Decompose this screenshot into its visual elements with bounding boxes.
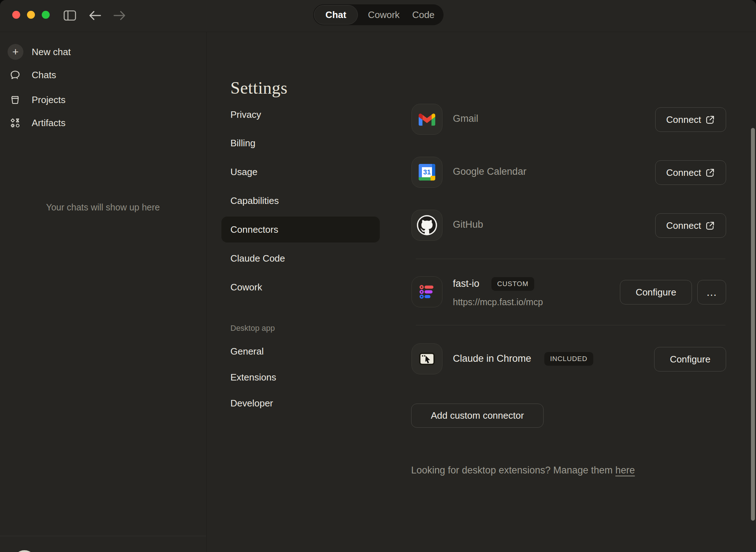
settings-nav-developer[interactable]: Developer <box>230 397 273 410</box>
forward-icon[interactable] <box>112 9 127 22</box>
divider <box>416 325 725 325</box>
manage-extensions-link[interactable]: here <box>615 465 635 476</box>
connector-name: GitHub <box>453 219 483 230</box>
settings-nav-section-desktop-app: Desktop app <box>230 324 275 333</box>
user-menu[interactable]: D Dave Pro plan <box>0 536 206 552</box>
connect-gmail-button[interactable]: Connect <box>655 107 726 132</box>
tab-code[interactable]: Code <box>406 4 441 25</box>
sidebar-item-new-chat[interactable]: + New chat <box>0 43 206 61</box>
connector-tile <box>411 104 442 135</box>
sidebar-item-label: Projects <box>32 94 66 106</box>
external-link-icon <box>705 221 715 231</box>
sidebar-item-label: Chats <box>32 70 56 81</box>
chats-empty-state: Your chats will show up here <box>0 202 206 213</box>
custom-badge: CUSTOM <box>491 277 534 291</box>
add-custom-connector-button[interactable]: Add custom connector <box>411 404 544 428</box>
connector-name: Claude in Chrome <box>453 353 531 364</box>
included-badge: INCLUDED <box>544 352 593 366</box>
settings-nav-connectors[interactable]: Connectors <box>230 223 278 236</box>
settings-nav-claude-code[interactable]: Claude Code <box>230 252 285 265</box>
connector-tile <box>411 210 442 241</box>
connector-tile <box>411 276 442 307</box>
zoom-button[interactable] <box>42 11 50 19</box>
chats-icon <box>9 69 21 81</box>
artifacts-icon <box>9 117 21 129</box>
connector-name: Gmail <box>453 113 478 124</box>
connector-name: Google Calendar <box>453 166 526 177</box>
tab-chat-label: Chat <box>325 9 346 21</box>
more-icon: … <box>706 286 717 298</box>
connector-name: fast-io <box>453 278 480 289</box>
sidebar-item-projects[interactable]: Projects <box>0 90 206 109</box>
fast-io-icon <box>418 283 436 301</box>
settings-nav-general[interactable]: General <box>230 345 264 358</box>
claude-in-chrome-icon <box>417 349 437 369</box>
minimize-button[interactable] <box>27 11 35 19</box>
external-link-icon <box>705 168 715 178</box>
settings-nav-capabilities[interactable]: Capabilities <box>230 194 279 207</box>
configure-fast-io-button[interactable]: Configure <box>620 280 692 304</box>
settings-nav-billing[interactable]: Billing <box>230 137 255 150</box>
connector-tile <box>411 343 442 374</box>
sidebar-item-label: Artifacts <box>32 117 66 129</box>
github-icon <box>417 215 437 235</box>
connect-google-calendar-button[interactable]: Connect <box>655 160 726 185</box>
sidebar: + New chat Chats Projects <box>0 32 207 552</box>
tab-code-label: Code <box>412 9 435 21</box>
tab-cowork[interactable]: Cowork <box>363 4 405 25</box>
back-icon[interactable] <box>88 9 102 22</box>
desktop-extensions-note: Looking for desktop extensions? Manage t… <box>411 465 635 476</box>
close-button[interactable] <box>12 11 20 19</box>
scrollbar-thumb[interactable] <box>751 128 755 521</box>
titlebar: Chat Cowork Code <box>0 0 756 32</box>
sidebar-item-artifacts[interactable]: Artifacts <box>0 113 206 132</box>
divider <box>416 259 725 259</box>
mode-switcher: Chat Cowork Code <box>313 4 444 25</box>
projects-icon <box>9 94 21 106</box>
connect-github-button[interactable]: Connect <box>655 213 726 238</box>
tab-chat[interactable]: Chat <box>314 5 358 25</box>
app-window: Chat Cowork Code + New chat Chats <box>0 0 756 552</box>
avatar: D <box>13 550 36 552</box>
connector-tile: 31 <box>411 157 442 188</box>
gmail-icon <box>419 113 435 126</box>
user-name: Dave <box>46 550 68 552</box>
configure-claude-in-chrome-button[interactable]: Configure <box>654 347 726 371</box>
settings-nav-extensions[interactable]: Extensions <box>230 371 276 384</box>
sidebar-item-chats[interactable]: Chats <box>0 66 206 84</box>
settings-nav-cowork[interactable]: Cowork <box>230 281 262 294</box>
settings-nav-usage[interactable]: Usage <box>230 165 257 178</box>
plus-icon: + <box>8 44 23 60</box>
sidebar-item-label: New chat <box>32 46 71 58</box>
connector-url: https://mcp.fast.io/mcp <box>453 297 543 307</box>
more-options-button[interactable]: … <box>697 280 726 304</box>
google-calendar-icon: 31 <box>419 164 435 181</box>
tab-cowork-label: Cowork <box>368 9 400 21</box>
page-title: Settings <box>230 78 288 98</box>
external-link-icon <box>705 115 715 125</box>
settings-nav-privacy[interactable]: Privacy <box>230 108 261 121</box>
sidebar-toggle-icon[interactable] <box>63 10 76 21</box>
